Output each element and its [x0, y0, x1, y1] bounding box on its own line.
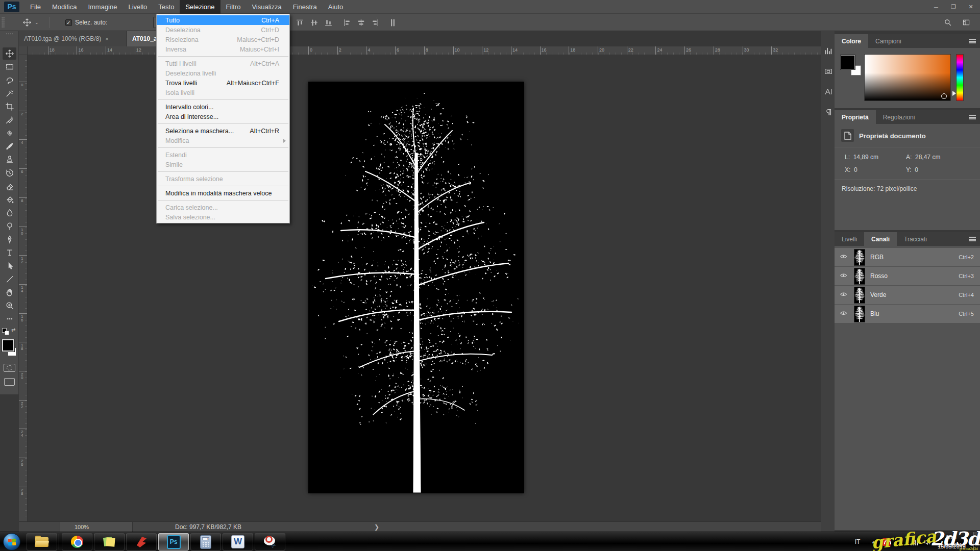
taskbar-chrome-button[interactable] [62, 533, 92, 550]
navigator-panel-icon[interactable] [823, 66, 834, 77]
foreground-color-swatch[interactable] [841, 55, 855, 69]
vertical-ruler[interactable]: 024681 01 21 41 61 82 02 22 42 62 8 [19, 55, 28, 521]
visibility-eye-icon[interactable] [839, 310, 849, 318]
menu-item-intervallo-colori[interactable]: Intervallo colori... [157, 102, 289, 112]
channel-thumbnail[interactable] [854, 306, 865, 322]
tray-language-indicator[interactable]: IT [851, 532, 864, 551]
character-panel-icon[interactable] [823, 86, 834, 97]
crop-tool[interactable] [3, 101, 16, 113]
rectangular-marquee-tool[interactable] [3, 61, 16, 73]
spot-healing-tool[interactable] [3, 127, 16, 139]
tab-campioni[interactable]: Campioni [868, 34, 909, 48]
visibility-eye-icon[interactable] [839, 291, 849, 299]
blur-tool[interactable] [3, 207, 16, 219]
panel-grip-icon[interactable] [2, 17, 5, 28]
tool-preset-chevron-icon[interactable]: ⌄ [35, 14, 39, 31]
document-tab[interactable]: AT010.tga @ 100% (RGB/8) × [19, 31, 127, 46]
zoom-tool[interactable] [3, 299, 16, 312]
menu-finestra[interactable]: Finestra [287, 0, 323, 14]
menu-aiuto[interactable]: Aiuto [323, 0, 349, 14]
plug-tray-icon[interactable] [895, 532, 905, 551]
distribute-center-icon[interactable] [387, 17, 398, 28]
line-tool[interactable] [3, 273, 16, 285]
magic-wand-tool[interactable] [3, 87, 16, 99]
menu-filtro[interactable]: Filtro [220, 0, 247, 14]
taskbar-explorer-button[interactable] [27, 533, 57, 550]
visibility-eye-icon[interactable] [839, 253, 849, 262]
menu-modifica[interactable]: Modifica [46, 0, 82, 14]
move-tool[interactable] [3, 47, 16, 60]
hand-tool[interactable] [3, 286, 16, 298]
path-selection-tool[interactable] [3, 260, 16, 272]
swap-colors-icon[interactable]: ⇄ [11, 327, 15, 333]
tab-tracciati[interactable]: Tracciati [897, 232, 934, 246]
align-top-icon[interactable] [294, 17, 305, 28]
eraser-tool[interactable] [3, 180, 16, 192]
taskbar-sketchup-button[interactable] [126, 533, 157, 550]
visibility-eye-icon[interactable] [839, 272, 849, 281]
hue-slider-arrow-icon[interactable] [952, 91, 956, 96]
histogram-panel-icon[interactable] [823, 45, 834, 56]
zoom-level-field[interactable]: 100% [60, 522, 133, 532]
pen-tool[interactable] [3, 233, 16, 245]
panel-menu-icon[interactable] [969, 237, 976, 241]
menu-item-seleziona-e-maschera[interactable]: Seleziona e maschera...Alt+Ctrl+R [157, 126, 289, 136]
menu-item-area-di-interesse[interactable]: Area di interesse... [157, 112, 289, 121]
move-tool-icon[interactable] [21, 17, 33, 28]
panel-menu-icon[interactable] [969, 115, 976, 119]
search-icon[interactable] [942, 17, 953, 28]
channel-row-rgb[interactable]: RGBCtrl+2 [835, 248, 980, 266]
close-tab-icon[interactable]: × [105, 36, 108, 42]
speaker-tray-icon[interactable] [922, 532, 932, 551]
taskbar-word-button[interactable]: W [223, 533, 253, 550]
lasso-tool[interactable] [3, 74, 16, 86]
dodge-tool[interactable] [3, 220, 16, 232]
paragraph-panel-icon[interactable] [823, 107, 834, 117]
distribute-vcenter-icon[interactable] [355, 17, 366, 28]
saturation-brightness-field[interactable] [864, 54, 951, 101]
minimize-button[interactable]: ─ [931, 4, 941, 10]
taskbar-calculator-button[interactable]: 0 [190, 533, 221, 550]
menu-visualizza[interactable]: Visualizza [246, 0, 287, 14]
distribute-right-icon[interactable] [370, 17, 381, 28]
foreground-color-swatch[interactable] [2, 339, 14, 352]
channel-row-verde[interactable]: VerdeCtrl+4 [835, 286, 980, 304]
auto-select-checkbox[interactable]: ✓ Selez. auto: [65, 14, 107, 31]
canvas-area[interactable] [28, 55, 821, 521]
channel-row-rosso[interactable]: RossoCtrl+3 [835, 267, 980, 285]
channel-row-blu[interactable]: BluCtrl+5 [835, 305, 980, 323]
tray-clock[interactable]: 08:415/05/2019 [932, 534, 971, 549]
align-bottom-icon[interactable] [323, 17, 334, 28]
eyedropper-tool[interactable] [3, 114, 16, 126]
clone-stamp-tool[interactable] [3, 154, 16, 166]
checkbox-icon[interactable]: ✓ [65, 19, 72, 26]
color-cursor-icon[interactable] [941, 93, 947, 99]
screen-mode-button[interactable] [4, 378, 15, 386]
menu-file[interactable]: File [24, 0, 46, 14]
tab-livelli[interactable]: Livelli [835, 232, 864, 246]
align-vcenter-icon[interactable] [308, 17, 320, 28]
panel-grip-icon[interactable] [6, 33, 13, 36]
tab-colore[interactable]: Colore [835, 34, 868, 48]
avira-tray-icon[interactable] [881, 532, 892, 551]
horizontal-ruler[interactable]: 1816141210864202468101214161820222426283… [28, 46, 821, 55]
maximize-button[interactable]: ❐ [948, 4, 959, 10]
tray-hidden-icons-arrow[interactable]: ▲ [869, 532, 878, 551]
type-tool[interactable] [3, 246, 16, 259]
panel-menu-icon[interactable] [969, 39, 976, 43]
history-brush-tool[interactable] [3, 167, 16, 179]
menu-item-tutto[interactable]: TuttoCtrl+A [157, 15, 289, 25]
tab-propriet-[interactable]: Proprietà [835, 110, 876, 124]
menu-item-trova-livelli[interactable]: Trova livelliAlt+Maiusc+Ctrl+F [157, 78, 289, 88]
distribute-left-icon[interactable] [341, 17, 352, 28]
menu-immagine[interactable]: Immagine [82, 0, 122, 14]
network-tray-icon[interactable] [909, 532, 920, 551]
document-canvas[interactable] [308, 82, 524, 493]
status-options-chevron-icon[interactable]: ❯ [374, 523, 379, 531]
paint-bucket-tool[interactable] [3, 193, 16, 206]
menu-selezione[interactable]: Selezione [180, 0, 220, 14]
brush-tool[interactable] [3, 140, 16, 153]
channel-thumbnail[interactable] [854, 287, 865, 304]
taskbar-photoshop-button[interactable]: Ps [158, 533, 189, 550]
show-desktop-button[interactable] [973, 532, 980, 551]
